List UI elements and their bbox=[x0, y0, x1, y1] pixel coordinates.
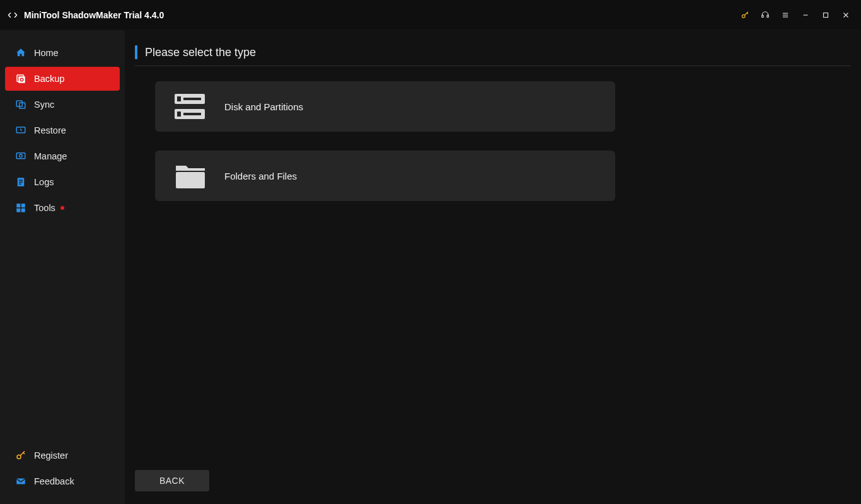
backup-icon bbox=[14, 72, 28, 86]
sidebar-item-label: Restore bbox=[34, 125, 66, 135]
sidebar-item-backup[interactable]: Backup bbox=[5, 67, 120, 91]
page-heading: Please select the type bbox=[135, 45, 851, 63]
svg-point-0 bbox=[742, 14, 745, 18]
svg-rect-33 bbox=[183, 113, 201, 115]
sidebar-item-label: Tools bbox=[34, 203, 55, 213]
register-key-button[interactable] bbox=[735, 0, 755, 30]
svg-rect-32 bbox=[177, 112, 181, 117]
sidebar-item-logs[interactable]: Logs bbox=[5, 170, 120, 194]
svg-rect-23 bbox=[21, 203, 25, 207]
option-label: Folders and Files bbox=[224, 171, 297, 181]
option-folders-and-files[interactable]: Folders and Files bbox=[155, 151, 615, 201]
notification-dot-icon bbox=[61, 206, 64, 210]
svg-rect-11 bbox=[18, 76, 25, 83]
svg-point-17 bbox=[20, 154, 23, 158]
page-heading-text: Please select the type bbox=[145, 46, 256, 59]
sidebar-item-label: Home bbox=[34, 48, 59, 58]
minimize-button[interactable] bbox=[795, 0, 816, 30]
support-button[interactable] bbox=[755, 0, 775, 30]
svg-rect-24 bbox=[16, 209, 20, 212]
sidebar-item-manage[interactable]: Manage bbox=[5, 144, 120, 168]
sidebar-item-restore[interactable]: Restore bbox=[5, 118, 120, 142]
disk-icon bbox=[155, 81, 224, 132]
key-icon bbox=[14, 449, 28, 462]
restore-icon bbox=[14, 123, 28, 137]
sidebar-item-label: Manage bbox=[34, 151, 67, 161]
svg-rect-7 bbox=[824, 13, 828, 17]
svg-rect-20 bbox=[19, 181, 23, 183]
option-disk-and-partitions[interactable]: Disk and Partitions bbox=[155, 81, 615, 132]
sidebar-item-tools[interactable]: Tools bbox=[5, 196, 120, 220]
sidebar-item-label: Backup bbox=[34, 74, 64, 84]
back-button[interactable]: BACK bbox=[135, 470, 209, 491]
app-logo-icon bbox=[6, 9, 19, 21]
sidebar-item-label: Sync bbox=[34, 100, 54, 110]
main-panel: Please select the type Disk and Partitio… bbox=[125, 30, 861, 504]
sidebar-item-home[interactable]: Home bbox=[5, 41, 120, 65]
close-button[interactable] bbox=[836, 0, 856, 30]
menu-button[interactable] bbox=[775, 0, 795, 30]
maximize-button[interactable] bbox=[816, 0, 836, 30]
svg-point-26 bbox=[17, 455, 21, 459]
tools-icon bbox=[14, 201, 28, 215]
heading-accent-bar bbox=[135, 45, 137, 59]
sidebar-item-register[interactable]: Register bbox=[5, 444, 120, 467]
heading-divider bbox=[135, 66, 851, 66]
svg-rect-29 bbox=[177, 96, 181, 101]
sidebar: Home Backup Sync bbox=[0, 30, 125, 504]
sidebar-item-sync[interactable]: Sync bbox=[5, 93, 120, 117]
option-label: Disk and Partitions bbox=[224, 101, 303, 112]
svg-rect-25 bbox=[21, 209, 25, 212]
svg-rect-2 bbox=[767, 15, 768, 18]
svg-rect-21 bbox=[19, 183, 21, 185]
home-icon bbox=[14, 46, 28, 60]
sidebar-item-label: Register bbox=[34, 450, 68, 461]
svg-rect-19 bbox=[19, 180, 23, 181]
svg-rect-34 bbox=[176, 172, 205, 188]
sidebar-item-label: Feedback bbox=[34, 476, 74, 486]
sync-icon bbox=[14, 98, 28, 112]
manage-icon bbox=[14, 149, 28, 163]
app-title: MiniTool ShadowMaker Trial 4.4.0 bbox=[24, 10, 164, 20]
mail-icon bbox=[14, 474, 28, 488]
titlebar: MiniTool ShadowMaker Trial 4.4.0 bbox=[0, 0, 861, 30]
svg-rect-30 bbox=[183, 98, 201, 100]
svg-rect-16 bbox=[16, 153, 25, 159]
svg-rect-22 bbox=[16, 203, 20, 207]
sidebar-item-label: Logs bbox=[34, 177, 54, 187]
sidebar-item-feedback[interactable]: Feedback bbox=[5, 469, 120, 493]
logs-icon bbox=[14, 175, 28, 189]
svg-rect-1 bbox=[762, 15, 763, 18]
folder-icon bbox=[155, 151, 224, 201]
